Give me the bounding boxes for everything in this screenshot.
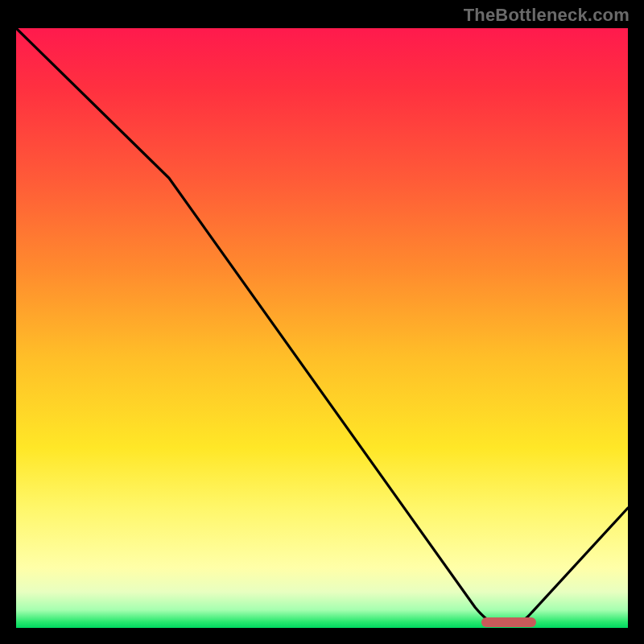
watermark-text: TheBottleneck.com xyxy=(464,5,630,26)
bottleneck-chart: TheBottleneck.com xyxy=(0,0,644,644)
bottleneck-curve-path xyxy=(16,28,628,622)
curve-svg xyxy=(16,28,628,628)
optimal-range-marker xyxy=(481,617,536,627)
plot-area xyxy=(16,28,628,628)
